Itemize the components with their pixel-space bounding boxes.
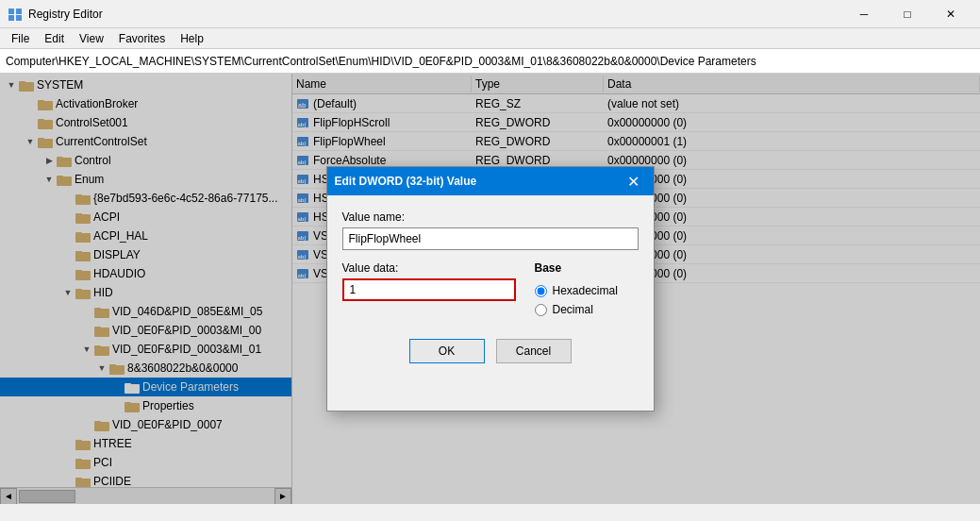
menu-view[interactable]: View xyxy=(72,30,111,47)
value-data-label: Value data: xyxy=(342,261,516,275)
radio-hex-label: Hexadecimal xyxy=(553,284,618,297)
value-name-input[interactable] xyxy=(342,227,639,250)
main-area: ▼ SYSTEM ActivationBroker xyxy=(0,74,980,504)
window-controls: ─ □ ✕ xyxy=(842,0,972,28)
modal-close-button[interactable]: ✕ xyxy=(622,169,646,193)
radio-decimal[interactable]: Decimal xyxy=(535,303,639,316)
modal-footer: OK Cancel xyxy=(327,331,654,378)
radio-dec-input[interactable] xyxy=(535,304,547,316)
value-name-label: Value name: xyxy=(342,210,639,224)
menubar: File Edit View Favorites Help xyxy=(0,28,980,49)
window-title: Registry Editor xyxy=(28,8,842,21)
ok-button[interactable]: OK xyxy=(409,339,485,363)
close-button[interactable]: ✕ xyxy=(929,0,972,28)
value-data-input[interactable] xyxy=(342,278,516,301)
value-name-group: Value name: xyxy=(342,210,639,250)
menu-edit[interactable]: Edit xyxy=(37,30,72,47)
radio-hex-input[interactable] xyxy=(535,285,547,297)
radio-dec-label: Decimal xyxy=(553,303,593,316)
radio-hexadecimal[interactable]: Hexadecimal xyxy=(535,284,639,297)
addressbar: Computer\HKEY_LOCAL_MACHINE\SYSTEM\Curre… xyxy=(0,49,980,74)
svg-rect-3 xyxy=(16,15,22,21)
base-group: Base Hexadecimal Decimal xyxy=(535,261,639,316)
menu-file[interactable]: File xyxy=(4,30,37,47)
svg-rect-2 xyxy=(8,15,14,21)
base-label: Base xyxy=(535,261,639,275)
modal-title: Edit DWORD (32-bit) Value xyxy=(335,175,622,188)
minimize-button[interactable]: ─ xyxy=(842,0,886,28)
svg-rect-0 xyxy=(8,8,14,14)
maximize-button[interactable]: □ xyxy=(886,0,929,28)
cancel-button[interactable]: Cancel xyxy=(496,339,572,363)
address-path: Computer\HKEY_LOCAL_MACHINE\SYSTEM\Curre… xyxy=(6,55,756,68)
menu-help[interactable]: Help xyxy=(173,30,211,47)
menu-favorites[interactable]: Favorites xyxy=(111,30,173,47)
edit-dword-dialog: Edit DWORD (32-bit) Value ✕ Value name: … xyxy=(326,166,655,412)
titlebar: Registry Editor ─ □ ✕ xyxy=(0,0,980,28)
value-base-row: Value data: Base Hexadecimal Decimal xyxy=(342,261,639,316)
modal-overlay: Edit DWORD (32-bit) Value ✕ Value name: … xyxy=(0,74,980,504)
modal-titlebar: Edit DWORD (32-bit) Value ✕ xyxy=(327,167,654,195)
value-data-group: Value data: xyxy=(342,261,516,301)
app-icon xyxy=(8,7,23,22)
modal-body: Value name: Value data: Base Hexadecimal xyxy=(327,195,654,331)
svg-rect-1 xyxy=(16,8,22,14)
